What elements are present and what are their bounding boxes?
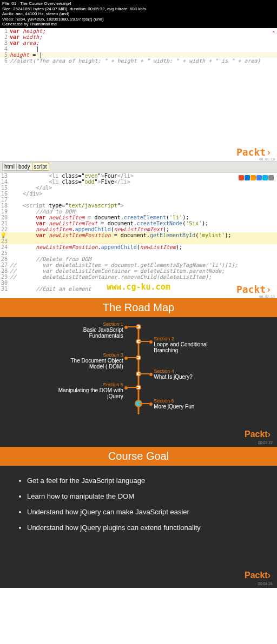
code-line[interactable]: 14 <li class="odd">Five</li> xyxy=(0,179,277,185)
video-metadata: File: 01 - The Course Overview.mp4 Size:… xyxy=(0,0,277,28)
code-line[interactable]: 16 </div> xyxy=(0,191,277,197)
meta-audio: Audio: aac, 44100 Hz, stereo (und) xyxy=(2,11,275,17)
breadcrumb: htmlbodyscript xyxy=(0,161,277,172)
goal-item: Learn how to manipulate the DOM xyxy=(27,492,261,500)
code-editor-bottom[interactable]: 13 <li class="even">Four</li>14 <li clas… xyxy=(0,172,277,298)
meta-size: Size: 25241851 bytes (24.07 MiB), durati… xyxy=(2,6,275,12)
breadcrumb-html[interactable]: html xyxy=(2,163,17,171)
goal-item: Understand how jQuery can make JavaScrip… xyxy=(27,508,261,516)
watermark: www.cg-ku.com xyxy=(107,282,170,292)
roadmap-slide: The Road Map Section 1Basic JavaScript F… xyxy=(0,298,277,447)
code-line[interactable]: 25 xyxy=(0,250,277,256)
goal-item: Get a feel for the JavaScript language xyxy=(27,477,261,485)
slide-title: Course Goal xyxy=(0,447,277,466)
code-line[interactable]: 6//alert("The area of height: " + height… xyxy=(0,58,277,64)
code-line[interactable]: 26 //Delete from DOM xyxy=(0,256,277,262)
roadmap-section-label: Section 2Loops and Conditional Branching xyxy=(144,336,220,353)
packt-logo: Packt› xyxy=(245,430,271,439)
roadmap-diagram: Section 1Basic JavaScript FundamentalsSe… xyxy=(0,317,277,431)
code-line[interactable]: 4 | xyxy=(0,46,277,52)
slide-title: The Road Map xyxy=(0,298,277,317)
packt-logo: Packt› xyxy=(236,284,272,295)
goals-list: Get a feel for the JavaScript languageLe… xyxy=(0,466,277,572)
code-line[interactable]: 💡23 var newListItemPosition = document.g… xyxy=(0,232,277,244)
code-line[interactable]: 28// var deleteListItemContainer = delet… xyxy=(0,268,277,274)
roadmap-section-label: Section 3The Document Object Model ( DOM… xyxy=(57,352,133,370)
code-line[interactable]: 2var width; xyxy=(0,34,277,40)
code-line[interactable]: 5height = | xyxy=(0,52,277,58)
timestamp: 00:02:13 xyxy=(259,294,275,298)
code-line[interactable]: 22 newListItem.appendChild(newListItemTe… xyxy=(0,226,277,232)
roadmap-section-label: Section 1Basic JavaScript Fundamentals xyxy=(57,321,133,339)
meta-gen: Generated by Thumbnail me xyxy=(2,22,275,27)
roadmap-section-label: Section 5Manipulating the DOM with jQuer… xyxy=(57,382,133,399)
goals-slide: Course Goal Get a feel for the JavaScrip… xyxy=(0,447,277,588)
roadmap-section-label: Section 6More jQuery Fun xyxy=(144,398,220,410)
code-line[interactable]: 27// var deleteListItem = document.getEl… xyxy=(0,262,277,268)
breadcrumb-script[interactable]: script xyxy=(32,163,49,171)
browser-icons xyxy=(238,175,274,182)
packt-logo: Packt› xyxy=(245,571,271,580)
code-line[interactable]: 19 //Add to DOM xyxy=(0,209,277,214)
code-line[interactable]: 15 </ul> xyxy=(0,185,277,191)
close-icon[interactable]: ✕ xyxy=(272,29,275,34)
code-editor-top[interactable]: ✕ 1var height;2var width;3var area;4 |5h… xyxy=(0,28,277,161)
timestamp: 00:01:10 xyxy=(259,157,275,161)
code-line[interactable]: 24 newListItemPosition.appendChild(newLi… xyxy=(0,244,277,250)
code-line[interactable]: 1var height; xyxy=(0,28,277,34)
meta-video: Video: h264, yuv420p, 1920x1080, 29.97 f… xyxy=(2,17,275,22)
editor-whitespace: Packt› 00:01:10 xyxy=(0,64,277,161)
code-line[interactable]: 29// deleteListItemContainer.removeChild… xyxy=(0,274,277,280)
goal-item: Understand how jQuery plugins can extend… xyxy=(27,524,261,532)
code-line[interactable]: 3var area; xyxy=(0,40,277,46)
code-line[interactable]: 18 <script type="text/javascript"> xyxy=(0,203,277,209)
code-line[interactable]: 20 var newListItem = document.createElem… xyxy=(0,214,277,220)
timestamp: 00:04:24 xyxy=(258,582,273,586)
code-line[interactable]: 21 var newListItemText = document.create… xyxy=(0,220,277,226)
code-line[interactable]: 13 <li class="even">Four</li> xyxy=(0,173,277,179)
timestamp: 00:03:22 xyxy=(258,441,273,445)
code-line[interactable]: 17 xyxy=(0,197,277,203)
packt-logo: Packt› xyxy=(236,146,272,158)
roadmap-section-label: Section 4What Is jQuery? xyxy=(144,368,220,380)
meta-file: File: 01 - The Course Overview.mp4 xyxy=(2,1,275,6)
breadcrumb-body[interactable]: body xyxy=(16,163,32,171)
